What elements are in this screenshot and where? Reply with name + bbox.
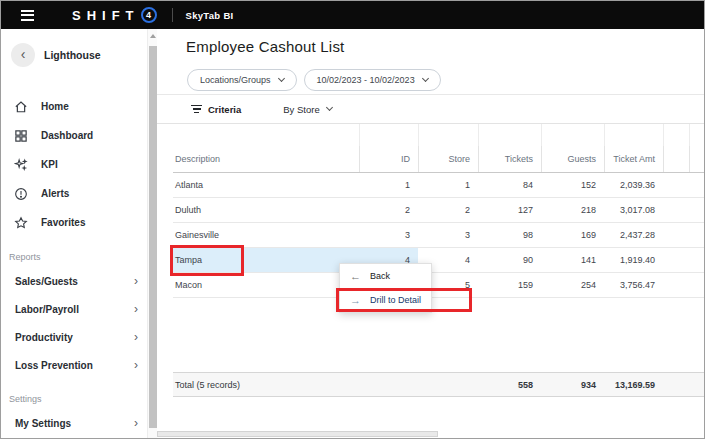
cell-guests[interactable]: 141 xyxy=(541,248,604,272)
hamburger-menu-icon[interactable] xyxy=(21,7,34,23)
table-row-gainesville[interactable]: Gainesville 3 3 98 169 2,437.28 xyxy=(173,223,705,248)
sidebar-item-productivity[interactable]: Productivity › xyxy=(1,323,147,351)
cell-id[interactable]: 3 xyxy=(359,223,418,247)
cell-description[interactable]: Atlanta xyxy=(173,173,359,197)
sidebar-item-label: Alerts xyxy=(41,188,69,199)
table-row-macon[interactable]: Macon 5 5 159 254 3,756.47 xyxy=(173,273,705,298)
sidebar-item-label: Home xyxy=(41,101,69,112)
home-icon xyxy=(14,100,28,114)
chevron-down-icon xyxy=(278,75,285,82)
column-header-store[interactable]: Store xyxy=(418,146,478,172)
scrollbar-thumb[interactable] xyxy=(149,46,157,428)
sidebar-item-kpi[interactable]: KPI xyxy=(1,150,147,179)
sidebar-item-label: Favorites xyxy=(41,217,85,228)
cell-tickets[interactable]: 98 xyxy=(478,223,541,247)
cell-tickets[interactable]: 159 xyxy=(478,273,541,297)
cell-ticket-amt[interactable]: 1,919.40 xyxy=(604,248,663,272)
total-ticket-amt: 13,169.59 xyxy=(604,373,663,396)
sidebar-item-loss-prevention[interactable]: Loss Prevention › xyxy=(1,351,147,379)
context-menu: ← Back → Drill to Detail xyxy=(339,263,432,313)
sidebar-item-home[interactable]: Home xyxy=(1,92,147,121)
sidebar-item-label: Dashboard xyxy=(41,130,93,141)
sidebar-item-labor-payroll[interactable]: Labor/Payroll › xyxy=(1,295,147,323)
sidebar-item-label: Loss Prevention xyxy=(15,360,93,371)
criteria-label: Criteria xyxy=(208,104,241,115)
lighthouse-label: Lighthouse xyxy=(44,49,101,61)
sidebar-item-dashboard[interactable]: Dashboard xyxy=(1,121,147,150)
column-header-description[interactable]: Description xyxy=(173,146,359,172)
cell-guests[interactable]: 169 xyxy=(541,223,604,247)
cell-tickets[interactable]: 90 xyxy=(478,248,541,272)
chevron-down-icon xyxy=(422,75,429,82)
sidebar-lighthouse: ‹ Lighthouse xyxy=(1,43,147,67)
context-menu-back-label: Back xyxy=(370,271,390,281)
total-label: Total (5 records) xyxy=(173,373,359,396)
cell-store[interactable]: 2 xyxy=(418,198,478,222)
cell-description[interactable]: Gainesville xyxy=(173,223,359,247)
cell-ticket-amt[interactable]: 3,756.47 xyxy=(604,273,663,297)
star-icon xyxy=(14,216,28,230)
scrollbar-up-arrow-icon[interactable] xyxy=(150,34,156,38)
cell-guests[interactable]: 254 xyxy=(541,273,604,297)
shift4-logo-badge: 4 xyxy=(141,7,157,23)
context-menu-drill-to-detail[interactable]: → Drill to Detail xyxy=(340,288,431,312)
cell-id[interactable]: 1 xyxy=(359,173,418,197)
arrow-left-icon: ← xyxy=(350,271,361,282)
sparkle-icon xyxy=(14,158,28,172)
sidebar-scrollbar[interactable] xyxy=(147,29,157,438)
sidebar-item-alerts[interactable]: Alerts xyxy=(1,179,147,208)
alert-icon xyxy=(14,187,28,201)
locations-groups-filter[interactable]: Locations/Groups xyxy=(187,69,297,91)
table-row-duluth[interactable]: Duluth 2 2 127 218 3,017.08 xyxy=(173,198,705,223)
arrow-right-icon: → xyxy=(350,295,361,306)
cell-ticket-amt[interactable]: 2,039.36 xyxy=(604,173,663,197)
cell-description[interactable]: Tampa xyxy=(173,248,359,272)
sidebar-section-settings: Settings xyxy=(9,394,147,404)
cell-store[interactable]: 3 xyxy=(418,223,478,247)
column-header-tickets[interactable]: Tickets xyxy=(478,146,541,172)
sidebar-item-label: KPI xyxy=(41,159,58,170)
cell-description[interactable]: Duluth xyxy=(173,198,359,222)
column-header-id[interactable]: ID xyxy=(359,146,418,172)
criteria-bar: Criteria By Store xyxy=(157,94,704,124)
back-button[interactable]: ‹ xyxy=(11,43,35,67)
sidebar-item-sales-guests[interactable]: Sales/Guests › xyxy=(1,267,147,295)
top-bar: SHIFT 4 SkyTab BI xyxy=(1,1,704,29)
dashboard-icon xyxy=(14,129,28,143)
app-window: SHIFT 4 SkyTab BI ‹ Lighthouse Home xyxy=(0,0,705,439)
context-menu-drill-label: Drill to Detail xyxy=(370,295,421,305)
column-header-ticket-amt[interactable]: Ticket Amt xyxy=(604,146,663,172)
sidebar-item-label: Labor/Payroll xyxy=(15,304,79,315)
context-menu-back[interactable]: ← Back xyxy=(340,264,431,288)
total-tickets: 558 xyxy=(478,373,541,396)
date-range-filter[interactable]: 10/02/2023 - 10/02/2023 xyxy=(304,69,441,91)
cell-guests[interactable]: 152 xyxy=(541,173,604,197)
criteria-button[interactable]: Criteria xyxy=(191,103,241,116)
sidebar-item-label: Sales/Guests xyxy=(15,276,78,287)
topbar-divider xyxy=(172,8,173,22)
page-title: Employee Cashout List xyxy=(186,38,704,58)
chevron-right-icon: › xyxy=(134,331,138,343)
cell-tickets[interactable]: 127 xyxy=(478,198,541,222)
filter-icon xyxy=(191,103,202,116)
column-header-guests[interactable]: Guests xyxy=(541,146,604,172)
table-row-tampa[interactable]: Tampa 4 4 90 141 1,919.40 xyxy=(173,248,705,273)
cell-guests[interactable]: 218 xyxy=(541,198,604,222)
horizontal-scrollbar[interactable] xyxy=(157,431,438,437)
cell-tickets[interactable]: 84 xyxy=(478,173,541,197)
cell-ticket-amt[interactable]: 2,437.28 xyxy=(604,223,663,247)
sidebar-item-favorites[interactable]: Favorites xyxy=(1,208,147,237)
date-range-label: 10/02/2023 - 10/02/2023 xyxy=(317,75,415,85)
table-row-atlanta[interactable]: Atlanta 1 1 84 152 2,039.36 xyxy=(173,173,705,198)
sidebar-item-my-settings[interactable]: My Settings › xyxy=(1,409,147,437)
sidebar-item-label: My Settings xyxy=(15,418,71,429)
chevron-right-icon: › xyxy=(134,359,138,371)
cell-ticket-amt[interactable]: 3,017.08 xyxy=(604,198,663,222)
group-by-selector[interactable]: By Store xyxy=(283,104,331,115)
cell-description[interactable]: Macon xyxy=(173,273,359,297)
cell-store[interactable]: 1 xyxy=(418,173,478,197)
locations-groups-label: Locations/Groups xyxy=(200,75,271,85)
group-by-label: By Store xyxy=(283,104,319,115)
chevron-right-icon: › xyxy=(134,417,138,429)
cell-id[interactable]: 2 xyxy=(359,198,418,222)
